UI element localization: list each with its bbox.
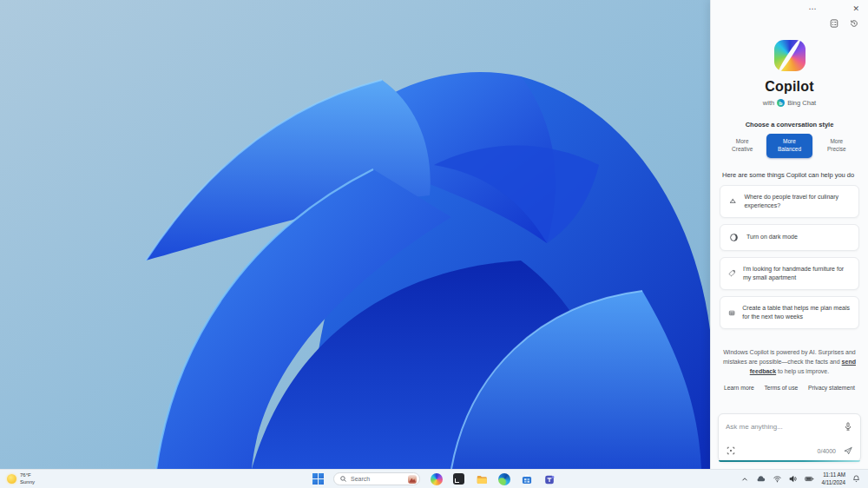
taskbar: 76°F Sunny Search [0,469,868,488]
onedrive-icon[interactable] [755,473,766,485]
send-icon[interactable] [843,445,853,456]
style-more-creative-button[interactable]: More Creative [720,134,765,158]
bloom-artwork [0,0,710,469]
disclaimer-text: to help us improve. [776,368,829,374]
suggestion-text: I'm looking for handmade furniture for m… [743,265,851,282]
cloche-icon [728,195,737,207]
subtitle-suffix: Bing Chat [787,99,816,107]
tray-time: 11:11 AM [821,472,845,478]
panel-toolbar [711,13,868,29]
dark-mode-icon [728,232,740,243]
more-options-button[interactable]: ⋯ [808,4,816,13]
panel-subtitle: with b Bing Chat [711,99,868,107]
start-button[interactable] [312,473,324,485]
screenshot-icon[interactable] [726,445,736,456]
edge-icon[interactable] [497,472,510,485]
notebook-icon[interactable] [829,18,839,29]
conversation-style-selector: More Creative More Balanced More Precise [720,134,859,158]
style-option-label: More [721,138,763,146]
page-title: Copilot [711,79,868,95]
suggestion-text: Where do people travel for culinary expe… [744,193,851,210]
style-chooser-label: Choose a conversation style [711,121,868,129]
suggestion-text: Create a table that helps me plan meals … [742,304,851,321]
weather-condition: Sunny [20,479,35,486]
microphone-icon[interactable] [843,421,853,432]
taskbar-center: Search [312,470,556,488]
learn-more-link[interactable]: Learn more [724,385,754,391]
microsoft-store-icon[interactable] [520,472,533,485]
volume-icon[interactable] [788,474,798,484]
sun-icon [7,474,16,484]
terminal-icon[interactable] [452,472,465,485]
copilot-logo [774,40,806,71]
footer-links: Learn more Terms of use Privacy statemen… [724,385,855,391]
file-explorer-icon[interactable] [475,472,488,485]
style-option-label: More [816,138,858,146]
search-input[interactable]: Search [333,472,420,485]
weather-temp: 76°F [20,472,35,479]
copilot-panel: ⋯ ✕ Copilot wit [710,0,868,469]
search-placeholder: Search [351,476,404,482]
disclaimer-text: Windows Copilot is powered by AI. Surpri… [723,349,856,365]
search-highlight-image [408,475,417,484]
ai-disclaimer: Windows Copilot is powered by AI. Surpri… [722,348,857,377]
style-option-label: Precise [816,146,858,154]
copilot-taskbar-icon[interactable] [430,472,443,485]
wifi-icon[interactable] [773,474,782,484]
screen: ⋯ ✕ Copilot wit [0,0,868,488]
teams-icon[interactable] [542,472,556,485]
style-option-label: Balanced [768,146,810,154]
table-icon [728,307,735,319]
suggestion-text: Turn on dark mode [746,233,798,241]
notification-bell-icon[interactable] [852,474,861,484]
suggestion-card-furniture[interactable]: I'm looking for handmade furniture for m… [720,257,859,290]
style-more-balanced-button[interactable]: More Balanced [766,134,812,158]
clock[interactable]: 11:11 AM 4/11/2024 [821,472,845,485]
char-counter: 0/4000 [818,448,836,454]
style-option-label: More [768,138,810,146]
close-icon[interactable]: ✕ [852,4,859,13]
panel-window-controls: ⋯ ✕ [711,0,868,13]
subtitle-prefix: with [763,99,774,107]
style-option-label: Creative [721,146,763,154]
chat-input-box: 0/4000 [718,413,861,462]
weather-text: 76°F Sunny [20,472,35,485]
chat-input[interactable] [726,423,838,431]
hidden-icons-chevron[interactable] [740,475,749,484]
desktop-wallpaper [0,0,710,469]
suggestion-card-dark-mode[interactable]: Turn on dark mode [720,224,859,251]
tray-date: 4/11/2024 [821,479,845,486]
tag-icon [728,267,736,279]
weather-widget[interactable]: 76°F Sunny [7,472,35,485]
suggestions-heading: Here are some things Copilot can help yo… [722,171,857,179]
system-tray: 11:11 AM 4/11/2024 [740,472,861,485]
search-icon [339,475,347,483]
suggestion-card-meal-plan[interactable]: Create a table that helps me plan meals … [720,296,859,329]
suggestion-card-culinary[interactable]: Where do people travel for culinary expe… [720,185,859,218]
privacy-statement-link[interactable]: Privacy statement [808,385,855,391]
terms-of-use-link[interactable]: Terms of use [764,385,798,391]
bing-logo-icon: b [777,99,785,107]
history-icon[interactable] [849,18,859,29]
battery-icon[interactable] [804,474,815,484]
style-more-precise-button[interactable]: More Precise [814,134,859,158]
